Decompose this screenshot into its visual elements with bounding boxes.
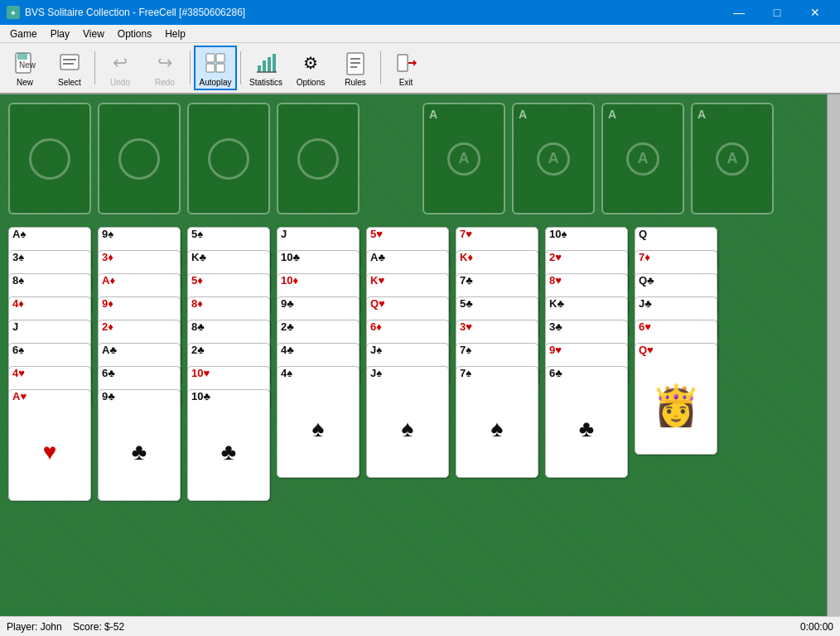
new-button[interactable]: New New — [3, 46, 46, 90]
card-rank: 5♠ — [188, 228, 269, 241]
card-rank: Q♣ — [635, 274, 717, 287]
tableau-col-4[interactable]: J10♣10♦9♣2♣4♣4♠♠ — [277, 227, 360, 478]
card-suit: ♥ — [9, 403, 90, 500]
foundation-2-label: A — [519, 108, 527, 121]
svg-rect-13 — [268, 57, 271, 72]
card[interactable]: J♠♠ — [366, 366, 449, 478]
foundation-4[interactable]: A A — [691, 103, 774, 214]
svg-rect-3 — [60, 55, 79, 70]
foundation-2[interactable]: A A — [512, 103, 595, 214]
card-rank: 4♣ — [278, 344, 359, 357]
card-rank: 8♦ — [188, 297, 269, 311]
card-rank: A♦ — [99, 274, 180, 287]
tableau-col-7[interactable]: 10♠2♥8♥K♣3♣9♥6♣♣ — [545, 227, 628, 478]
card-rank: A♥ — [9, 390, 90, 403]
card-rank: A♠ — [9, 228, 90, 241]
foundation-4-label: A — [698, 108, 706, 121]
exit-icon — [393, 50, 419, 76]
card-rank: 8♥ — [546, 274, 627, 287]
status-left: Player: John Score: $-52 — [7, 621, 124, 633]
select-button[interactable]: Select — [48, 46, 91, 90]
scrollbar[interactable] — [827, 94, 840, 616]
minimize-button[interactable]: — — [721, 0, 757, 25]
card-rank: 8♣ — [188, 320, 269, 334]
card[interactable]: 4♠♠ — [277, 366, 360, 478]
card[interactable]: 9♣♣ — [98, 389, 181, 501]
face-card-art: 👸 — [635, 357, 717, 454]
toolbar-separator-4 — [380, 51, 381, 84]
foundation-1[interactable]: A A — [422, 103, 505, 214]
card-rank: 5♣ — [456, 297, 538, 311]
tableau-col-5[interactable]: 5♥A♣K♥Q♥6♦J♠J♠♠ — [366, 227, 449, 478]
card[interactable]: Q♥👸 — [635, 343, 717, 455]
menu-help[interactable]: Help — [158, 26, 192, 41]
card-rank: 10♥ — [188, 367, 269, 380]
card-rank: 7♠ — [456, 367, 538, 380]
window-title: BVS Solitaire Collection - FreeCell [#38… — [25, 7, 245, 18]
card-suit: ♠ — [278, 380, 359, 477]
options-button[interactable]: ⚙ Options — [289, 46, 332, 90]
card-rank: 2♣ — [278, 320, 359, 334]
card-rank: J — [278, 228, 359, 241]
rules-button[interactable]: Rules — [334, 46, 377, 90]
card-rank: 2♥ — [546, 251, 627, 264]
menu-game[interactable]: Game — [3, 26, 44, 41]
card-rank: 9♠ — [99, 228, 180, 241]
svg-rect-14 — [273, 54, 276, 72]
tableau-col-8[interactable]: Q7♦Q♣J♣6♥Q♥👸 — [635, 227, 717, 455]
tableau-col-6[interactable]: 7♥K♦7♣5♣3♥7♠7♠♠ — [456, 227, 538, 478]
card-rank: 10♠ — [546, 228, 627, 241]
score: Score: $-52 — [73, 621, 124, 633]
tableau-col-1[interactable]: A♠3♠8♠4♦J6♠4♥A♥♥ — [8, 227, 91, 501]
maximize-button[interactable]: □ — [759, 0, 795, 25]
card-suit: ♠ — [367, 380, 448, 477]
svg-rect-10 — [216, 64, 224, 72]
menu-view[interactable]: View — [76, 26, 111, 41]
new-label: New — [17, 78, 33, 87]
card-rank: 10♦ — [278, 274, 359, 287]
exit-button[interactable]: Exit — [384, 46, 427, 90]
card[interactable]: 6♣♣ — [545, 366, 628, 478]
undo-button[interactable]: ↩ Undo — [99, 46, 142, 90]
card-rank: 8♠ — [9, 274, 90, 287]
card-rank: A♣ — [367, 251, 448, 264]
card-rank: K♥ — [367, 274, 448, 287]
redo-button[interactable]: ↪ Redo — [143, 46, 186, 90]
card-rank: 7♠ — [456, 344, 538, 357]
foundation-1-label: A — [429, 108, 437, 121]
statistics-button[interactable]: Statistics — [244, 46, 287, 90]
tableau-col-2[interactable]: 9♠3♦A♦9♦2♦A♣6♣9♣♣ — [98, 227, 181, 501]
card-rank: 7♣ — [456, 274, 538, 287]
freecell-2[interactable] — [98, 103, 181, 214]
freecell-3[interactable] — [187, 103, 270, 214]
card-rank: 2♦ — [99, 320, 180, 334]
card-rank: 3♣ — [546, 320, 627, 334]
card-rank: 6♠ — [9, 344, 90, 357]
svg-rect-8 — [216, 54, 224, 62]
toolbar-separator-3 — [240, 51, 241, 84]
rules-label: Rules — [345, 78, 366, 87]
game-area[interactable]: A A A A A A A A A♠3♠8♠4♦J6♠4♥A♥♥9♠3♦A♦9♦… — [0, 94, 840, 616]
freecell-4[interactable] — [277, 103, 360, 214]
svg-rect-11 — [258, 65, 261, 72]
card[interactable]: 7♠♠ — [456, 366, 538, 478]
menu-play[interactable]: Play — [44, 26, 76, 41]
new-icon: New — [12, 50, 38, 76]
card-rank: 5♥ — [367, 228, 448, 241]
svg-rect-20 — [398, 55, 408, 71]
card[interactable]: 10♣♣ — [187, 389, 270, 501]
toolbar-separator-2 — [190, 51, 191, 84]
card[interactable]: A♥♥ — [8, 389, 91, 501]
close-button[interactable]: ✕ — [797, 0, 833, 25]
card-rank: J♠ — [367, 367, 448, 380]
autoplay-button[interactable]: Autoplay — [194, 46, 237, 90]
title-bar: ♠ BVS Solitaire Collection - FreeCell [#… — [0, 0, 840, 25]
card-rank: A♣ — [99, 344, 180, 357]
menu-options[interactable]: Options — [111, 26, 158, 41]
freecell-1[interactable] — [8, 103, 91, 214]
card-rank: 3♠ — [9, 251, 90, 264]
card-rank: 10♣ — [188, 390, 269, 403]
tableau-col-3[interactable]: 5♠K♣5♦8♦8♣2♣10♥10♣♣ — [187, 227, 270, 501]
redo-icon: ↪ — [152, 50, 178, 76]
foundation-3[interactable]: A A — [601, 103, 684, 214]
